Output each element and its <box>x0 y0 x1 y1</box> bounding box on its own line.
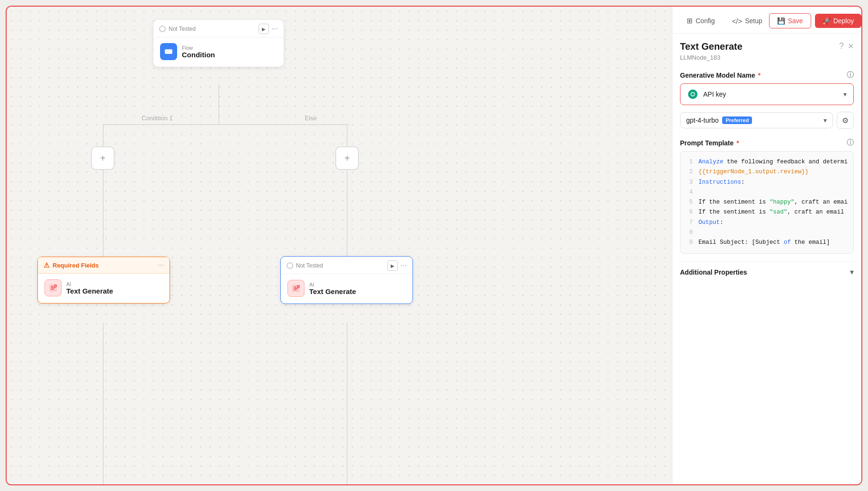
model-info-icon[interactable]: ⓘ <box>847 71 854 80</box>
save-button[interactable]: 💾 Save <box>769 13 811 28</box>
required-star-model: * <box>758 71 761 79</box>
nt-node-type: AI <box>309 282 356 287</box>
panel-title-actions: ? ✕ <box>839 41 854 51</box>
close-icon[interactable]: ✕ <box>848 42 854 51</box>
svg-point-5 <box>688 89 698 99</box>
canvas-area[interactable]: Not Tested ▶ ··· Flow <box>7 7 672 484</box>
model-version-chevron: ▾ <box>823 116 827 124</box>
line-content-5: If the sentiment is "happy", craft an em… <box>698 197 849 207</box>
additional-properties-section[interactable]: Additional Properties ▾ <box>680 261 854 282</box>
code-line-2: 2 {{triggerNode_1.output.review}} <box>685 167 849 177</box>
not-tested-node[interactable]: Not Tested ▶ ··· <box>280 256 413 304</box>
panel-tabs: ⊞ Config </> Setup <box>680 14 769 28</box>
code-line-7: 7 Output: <box>685 218 849 228</box>
code-line-1: 1 Analyze the following feedback and det… <box>685 157 849 167</box>
connector-line-v-left-bottom <box>103 323 104 484</box>
config-icon: ⊞ <box>687 17 693 25</box>
preferred-badge: Preferred <box>722 116 752 124</box>
not-tested-body: AI Text Generate <box>281 274 412 304</box>
panel-title-row: Text Generate ? ✕ <box>680 41 854 52</box>
required-fields-text: Required Fields <box>53 262 99 269</box>
nt-node-name: Text Generate <box>309 287 356 295</box>
save-label: Save <box>788 17 803 25</box>
deploy-label: Deploy <box>833 17 854 25</box>
panel-header: ⊞ Config </> Setup 💾 Save 🚀 De <box>672 7 861 34</box>
not-tested-label: Not Tested <box>296 262 323 269</box>
prompt-label-text: Prompt Template <box>680 139 734 147</box>
not-tested-play-button[interactable]: ▶ <box>387 260 398 271</box>
required-fields-label-text: ⚠ Required Fields <box>44 261 99 269</box>
node-text: Flow Condition <box>182 45 215 59</box>
deploy-button[interactable]: 🚀 Deploy <box>815 14 861 28</box>
line-num-8: 8 <box>685 228 693 238</box>
node-type: Flow <box>182 45 215 51</box>
warning-icon: ⚠ <box>44 261 50 269</box>
node-icon-ai-right <box>287 280 304 297</box>
inner-container: Not Tested ▶ ··· Flow <box>6 6 862 485</box>
additional-props-label: Additional Properties <box>680 268 747 276</box>
model-selector-dropdown[interactable]: API key ▾ <box>680 83 854 105</box>
not-tested-node-text: AI Text Generate <box>309 282 356 295</box>
node-status: Not Tested <box>159 26 196 32</box>
outer-container: Not Tested ▶ ··· Flow <box>0 0 868 491</box>
line-num-3: 3 <box>685 178 693 187</box>
not-tested-status: Not Tested <box>286 262 323 269</box>
node-header: Not Tested ▶ ··· <box>153 20 284 37</box>
plus-icon-left: + <box>100 153 106 164</box>
not-tested-dots[interactable]: ··· <box>401 261 407 270</box>
line-content-4 <box>698 187 849 197</box>
condition-label-left: Condition 1 <box>142 115 173 122</box>
line-num-9: 9 <box>685 238 693 248</box>
required-fields-header: ⚠ Required Fields ··· <box>38 257 170 274</box>
model-selector-text: API key <box>703 90 726 98</box>
gear-button[interactable]: ⚙ <box>837 112 854 129</box>
line-content-3: Instructions: <box>698 178 849 187</box>
node-play-button[interactable]: ▶ <box>259 24 269 34</box>
tab-config-label: Config <box>696 17 715 25</box>
required-fields-body: AI Text Generate <box>38 274 170 303</box>
condition-label-right: Else <box>305 115 317 122</box>
line-num-4: 4 <box>685 187 693 197</box>
not-tested-node-header: Not Tested ▶ ··· <box>281 257 412 274</box>
not-tested-dot <box>286 262 293 269</box>
prompt-info-icon[interactable]: ⓘ <box>847 138 854 147</box>
panel-content: Text Generate ? ✕ LLMNode_183 Generative… <box>672 34 861 484</box>
gear-icon: ⚙ <box>842 116 849 125</box>
line-num-5: 5 <box>685 197 693 207</box>
node-status-label: Not Tested <box>169 26 196 32</box>
model-version-text: gpt-4-turbo <box>686 116 718 124</box>
not-tested-actions: ▶ ··· <box>387 260 407 271</box>
flow-condition-node[interactable]: Not Tested ▶ ··· Flow <box>153 20 284 67</box>
model-label-text: Generative Model Name <box>680 71 755 79</box>
rf-node-type: AI <box>66 281 113 287</box>
connector-line-v-right-bottom <box>347 323 348 484</box>
node-name: Condition <box>182 51 215 59</box>
required-fields-node[interactable]: ⚠ Required Fields ··· <box>37 257 170 304</box>
prompt-code-editor[interactable]: 1 Analyze the following feedback and det… <box>680 151 854 254</box>
model-selector-left: API key <box>687 89 726 100</box>
code-line-3: 3 Instructions: <box>685 178 849 187</box>
add-node-left[interactable]: + <box>91 146 115 170</box>
tab-setup-label: Setup <box>745 17 762 25</box>
rf-node-name: Text Generate <box>66 287 113 295</box>
add-node-right[interactable]: + <box>335 146 359 170</box>
model-version-dropdown[interactable]: gpt-4-turbo Preferred ▾ <box>680 112 833 128</box>
additional-props-chevron: ▾ <box>850 268 854 277</box>
tab-config[interactable]: ⊞ Config <box>680 14 721 28</box>
help-icon[interactable]: ? <box>839 41 844 51</box>
connector-line-h1 <box>103 124 349 125</box>
required-star-prompt: * <box>736 139 739 147</box>
required-fields-dots[interactable]: ··· <box>158 261 164 269</box>
line-content-1: Analyze the following feedback and deter… <box>698 157 849 167</box>
tab-setup[interactable]: </> Setup <box>725 14 769 28</box>
save-icon: 💾 <box>777 17 785 25</box>
panel-title: Text Generate <box>680 41 743 52</box>
line-num-6: 6 <box>685 207 693 217</box>
model-chevron-icon: ▾ <box>843 90 847 98</box>
code-line-4: 4 <box>685 187 849 197</box>
node-dots-button[interactable]: ··· <box>272 25 278 33</box>
node-body: Flow Condition <box>153 37 284 67</box>
code-line-8: 8 <box>685 228 849 238</box>
line-content-7: Output: <box>698 218 849 228</box>
line-content-8 <box>698 228 849 238</box>
